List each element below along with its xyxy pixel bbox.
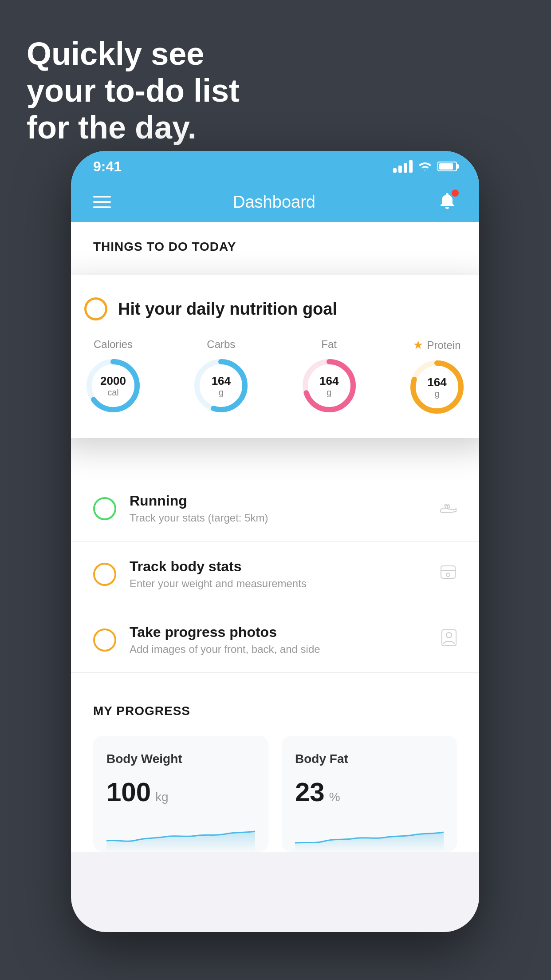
menu-icon[interactable] (93, 196, 111, 208)
nutrition-card: Hit your daily nutrition goal Calories (71, 275, 479, 438)
todo-photos[interactable]: Take progress photos Add images of your … (71, 607, 479, 673)
progress-section: MY PROGRESS Body Weight 100 kg (71, 682, 479, 852)
svg-point-10 (446, 573, 450, 577)
running-circle (93, 497, 116, 520)
scale-icon (439, 564, 457, 584)
fat-label: Fat (321, 338, 337, 351)
running-title: Running (130, 493, 426, 509)
headline-line3: for the day. (27, 109, 240, 146)
todo-list: Running Track your stats (target: 5km) (71, 476, 479, 673)
protein-donut: 164 g (408, 358, 466, 416)
calories-unit: cal (100, 387, 126, 397)
body-fat-chart (295, 821, 444, 852)
carbs-label: Carbs (207, 338, 235, 351)
nutrition-protein: ★ Protein 164 g (408, 338, 466, 416)
task-circle-indicator (84, 297, 107, 320)
body-stats-subtitle: Enter your weight and measurements (130, 577, 426, 590)
body-fat-value: 23 (295, 777, 325, 807)
nutrition-grid: Calories 2000 cal (84, 338, 466, 416)
body-fat-card: Body Fat 23 % (282, 736, 457, 852)
phone-frame: 9:41 Dashboard (71, 151, 479, 932)
status-time: 9:41 (93, 158, 122, 175)
headline-line1: Quickly see (27, 36, 240, 72)
protein-value: 164 (427, 376, 446, 389)
fat-donut: 164 g (300, 357, 358, 415)
battery-icon (437, 162, 457, 171)
nav-title: Dashboard (233, 193, 315, 212)
nutrition-fat: Fat 164 g (300, 338, 358, 416)
signal-icon (393, 160, 413, 173)
running-subtitle: Track your stats (target: 5km) (130, 512, 426, 524)
things-header: THINGS TO DO TODAY (71, 222, 479, 263)
photos-subtitle: Add images of your front, back, and side (130, 643, 428, 656)
status-icons (393, 159, 457, 174)
body-stats-title: Track body stats (130, 558, 426, 575)
fat-unit: g (319, 387, 338, 397)
status-bar: 9:41 (71, 151, 479, 182)
body-weight-card: Body Weight 100 kg (93, 736, 268, 852)
person-icon (441, 629, 457, 651)
headline: Quickly see your to-do list for the day. (27, 36, 240, 146)
content-area: THINGS TO DO TODAY Hit your daily nutrit… (71, 222, 479, 852)
wifi-icon (418, 159, 432, 174)
body-weight-chart (106, 821, 255, 852)
headline-line2: your to-do list (27, 72, 240, 109)
calories-value: 2000 (100, 375, 126, 387)
carbs-donut: 164 g (192, 357, 250, 415)
nutrition-carbs: Carbs 164 g (192, 338, 250, 416)
progress-header: MY PROGRESS (93, 704, 457, 718)
nav-bar: Dashboard (71, 182, 479, 222)
phone-mockup: 9:41 Dashboard (71, 151, 479, 932)
progress-grid: Body Weight 100 kg (93, 736, 457, 852)
photos-circle (93, 628, 116, 652)
body-stats-text: Track body stats Enter your weight and m… (130, 558, 426, 590)
carbs-unit: g (212, 387, 231, 397)
body-weight-title: Body Weight (106, 752, 255, 766)
body-fat-title: Body Fat (295, 752, 444, 766)
notification-dot (452, 190, 459, 197)
todo-body-stats[interactable]: Track body stats Enter your weight and m… (71, 541, 479, 607)
photos-title: Take progress photos (130, 624, 428, 640)
nutrition-calories: Calories 2000 cal (84, 338, 142, 416)
protein-unit: g (427, 388, 446, 398)
todo-running[interactable]: Running Track your stats (target: 5km) (71, 476, 479, 541)
svg-point-12 (446, 632, 452, 638)
calories-donut: 2000 cal (84, 357, 142, 415)
fat-value: 164 (319, 375, 338, 387)
body-fat-unit: % (329, 790, 340, 804)
body-stats-circle (93, 563, 116, 586)
body-weight-value: 100 (106, 777, 151, 807)
card-title: Hit your daily nutrition goal (118, 300, 337, 319)
body-weight-unit: kg (155, 790, 169, 804)
bell-icon[interactable] (437, 191, 457, 213)
carbs-value: 164 (212, 375, 231, 387)
running-text: Running Track your stats (target: 5km) (130, 493, 426, 524)
calories-label: Calories (94, 338, 133, 351)
shoe-icon (439, 499, 457, 518)
photos-text: Take progress photos Add images of your … (130, 624, 428, 656)
star-icon: ★ (413, 338, 423, 352)
protein-label: Protein (427, 339, 460, 352)
